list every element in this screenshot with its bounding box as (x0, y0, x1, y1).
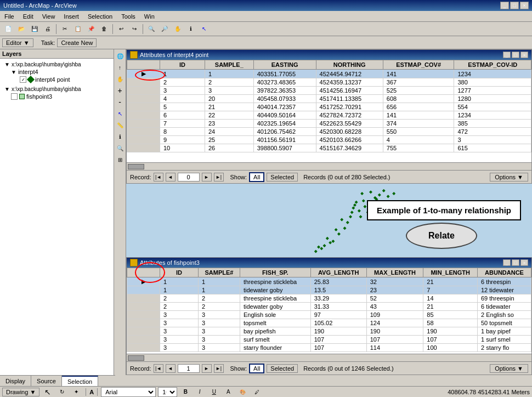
toolbar-copy[interactable]: 📋 (72, 24, 84, 35)
toolbar-zoom-out[interactable]: 🔎 (159, 24, 171, 35)
top-table-row[interactable]: 6 22 404409.50164 4527824.72372 141 1234 (127, 111, 531, 120)
menu-selection[interactable]: Selection (86, 13, 115, 20)
table-top-close[interactable]: × (520, 52, 528, 58)
table-bottom-grid[interactable]: ID SAMPLE# FISH_SP. AVG_LENGTH MAX_LENGT… (127, 268, 531, 354)
nav-first-top[interactable]: |◄ (154, 173, 163, 182)
bottom-table-row[interactable]: 3 3 bay pipefish 190 190 190 1 bay pipef (127, 327, 531, 336)
select-btn[interactable]: ↖ (115, 108, 126, 119)
close-btn[interactable]: × (520, 2, 529, 9)
top-table-row[interactable]: 9 25 401156.56191 4520103.66266 4 3 (127, 136, 531, 144)
menu-view[interactable]: View (40, 13, 58, 20)
toolbar-save[interactable]: 💾 (29, 24, 41, 35)
top-table-row[interactable]: 5 21 404014.72357 4517252.70291 656 554 (127, 103, 531, 111)
col-avglength[interactable]: AVG_LENGTH (310, 268, 366, 277)
bottom-table-row[interactable]: 1 1 tidewater goby 13.5 23 7 12 tidewate… (127, 286, 531, 294)
underline-btn[interactable]: U (208, 387, 220, 398)
bottom-table-row[interactable]: 3 3 English sole 97 109 85 2 English so (127, 311, 531, 319)
top-table-row[interactable]: 4 20 405458.07933 4517411.13385 608 1280 (127, 95, 531, 103)
table-top-max[interactable]: □ (512, 52, 519, 58)
col-id[interactable]: ID (160, 60, 205, 70)
bottom-table-row[interactable]: 3 3 starry flounder 107 114 100 2 starry… (127, 344, 531, 352)
bottom-table-row[interactable]: 2 2 threespine stickleba 33.29 52 14 69 … (127, 294, 531, 303)
arrow-btn[interactable]: ↑ (115, 62, 126, 73)
select-tool[interactable]: ↖ (42, 387, 54, 398)
menu-edit[interactable]: Edit (21, 13, 36, 20)
col-maxlength[interactable]: MAX_LENGTH (366, 268, 423, 277)
toolbar-delete[interactable]: 🗑 (98, 24, 110, 35)
show-selected-bottom[interactable]: Selected (267, 364, 298, 373)
menu-tools[interactable]: Tools (119, 13, 138, 20)
font-name-select[interactable]: Arial (101, 387, 156, 397)
scrollbar-top-thumb[interactable] (128, 164, 144, 169)
toolbar-print[interactable]: 🖨 (42, 24, 54, 35)
top-table-row[interactable]: 2 2 403273.48365 4524359.13237 367 380 (127, 78, 531, 87)
show-selected-top[interactable]: Selected (267, 173, 298, 182)
record-num-bottom[interactable] (178, 364, 200, 373)
table-bottom-close[interactable]: × (520, 259, 528, 266)
toolbar-paste[interactable]: 📌 (85, 24, 97, 35)
scrollbar-bottom-thumb[interactable] (128, 355, 144, 361)
col-easting[interactable]: EASTING (253, 60, 316, 70)
nav-last-bottom[interactable]: ►| (214, 364, 224, 373)
bottom-table-row[interactable]: 3 3 surf smelt 107 107 107 1 surf smel (127, 336, 531, 344)
col-abundance[interactable]: ABUNDANCE (478, 268, 531, 277)
layer-group-2-item[interactable]: ▼ x:\xp.backup\humbay\gishba (4, 86, 111, 93)
toolbar-redo[interactable]: ↪ (128, 24, 140, 35)
rotate-tool[interactable]: ↻ (56, 387, 68, 398)
drawing-dropdown[interactable]: Drawing ▼ (2, 388, 39, 396)
top-table-row[interactable]: 8 24 401206.75462 4520300.68228 550 472 (127, 128, 531, 136)
table-top-grid[interactable]: ID SAMPLE_ EASTING NORTHING ESTMAP_COV# … (127, 60, 531, 162)
col-minlength[interactable]: MIN_LENGTH (423, 268, 478, 277)
top-table-row[interactable]: ▶ 1 1 403351.77055 4524454.94712 141 123… (127, 70, 531, 78)
line-color-btn[interactable]: 🖊 (251, 387, 263, 398)
measure-btn[interactable]: 📏 (115, 120, 126, 131)
find-btn[interactable]: 🔍 (115, 143, 126, 154)
toolbar-new[interactable]: 📄 (2, 24, 14, 35)
toolbar-pan[interactable]: ✋ (172, 24, 184, 35)
toolbar-cut[interactable]: ✂ (59, 24, 71, 35)
toolbar-identify[interactable]: ℹ (185, 24, 197, 35)
toolbar-zoom-in[interactable]: 🔍 (145, 24, 157, 35)
font-size-select[interactable]: 10 (158, 387, 177, 397)
nav-first-bottom[interactable]: |◄ (154, 364, 163, 373)
misc-tool1[interactable]: ✦ (70, 387, 82, 398)
font-color-btn[interactable]: A (222, 387, 234, 398)
options-btn-bottom[interactable]: Options ▼ (490, 364, 528, 373)
col-sample[interactable]: SAMPLE_ (205, 60, 253, 70)
editor-dropdown[interactable]: Editor ▼ (2, 38, 33, 47)
bold-btn[interactable]: B (179, 387, 191, 398)
show-all-top[interactable]: All (249, 172, 264, 182)
zoom-out-btn[interactable]: - (115, 97, 126, 107)
scrollbar-top-h[interactable] (127, 162, 531, 170)
info-btn[interactable]: ℹ (115, 131, 126, 142)
col-cov-num[interactable]: ESTMAP_COV# (383, 60, 454, 70)
map-canvas[interactable]: Example of 1-to-many relationship Relate (126, 184, 532, 257)
toolbar-open[interactable]: 📂 (15, 24, 27, 35)
create-new-btn[interactable]: Create New (57, 38, 97, 47)
top-table-row[interactable]: 3 3 397822.36353 4514256.16947 525 1277 (127, 87, 531, 95)
checkbox-1[interactable]: ✓ (20, 76, 26, 83)
interpt4-point-item[interactable]: ✓ interpt4 point (20, 76, 111, 83)
scrollbar-bottom-h[interactable] (127, 354, 531, 361)
bottom-table-row[interactable]: 3 3 topsmelt 105.02 124 58 50 topsmelt (127, 319, 531, 327)
col-id-b[interactable]: ID (160, 268, 199, 277)
menu-file[interactable]: File (2, 13, 16, 20)
show-all-bottom[interactable]: All (249, 364, 264, 373)
top-table-row[interactable]: 10 26 398800.5907 4515167.34629 755 615 (127, 144, 531, 152)
layers-btn[interactable]: ⊞ (115, 154, 126, 165)
italic-btn[interactable]: I (194, 387, 206, 398)
hand-btn[interactable]: ✋ (115, 73, 126, 84)
menu-insert[interactable]: Insert (61, 13, 81, 20)
col-cov-id[interactable]: ESTMAP_COV-ID (454, 60, 531, 70)
nav-last-top[interactable]: ►| (214, 173, 224, 182)
fishpoint3-item[interactable]: fishpoint3 (11, 93, 111, 100)
zoom-in-btn[interactable]: + (115, 85, 126, 96)
toolbar-undo[interactable]: ↩ (115, 24, 127, 35)
nav-prev-top[interactable]: ◄ (166, 173, 176, 182)
globe-btn[interactable]: 🌐 (115, 50, 126, 61)
table-bottom-min[interactable]: _ (503, 259, 511, 266)
record-num-top[interactable] (178, 173, 200, 182)
nav-prev-bottom[interactable]: ◄ (166, 364, 176, 373)
col-fishsp[interactable]: FISH_SP. (240, 268, 310, 277)
nav-next-bottom[interactable]: ► (202, 364, 212, 373)
